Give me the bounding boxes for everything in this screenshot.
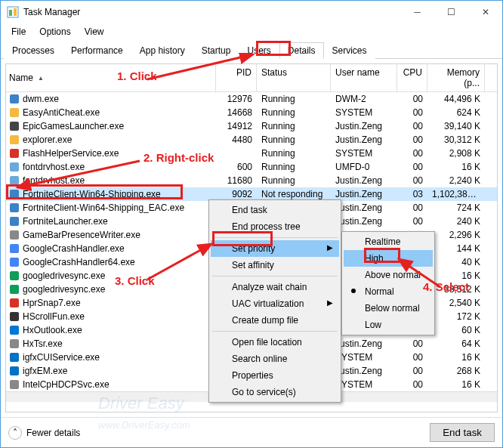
tab-services[interactable]: Services: [324, 42, 375, 59]
footer: ˄ Fewer details End task: [1, 417, 502, 447]
priority-submenu: RealtimeHighAbove normalNormalBelow norm…: [341, 231, 435, 335]
process-icon: [9, 134, 20, 145]
process-icon: [9, 94, 20, 104]
svg-rect-8: [10, 162, 19, 171]
col-status[interactable]: Status: [257, 64, 331, 91]
process-icon: [9, 189, 20, 199]
window-title: Task Manager: [23, 7, 400, 17]
process-icon: [9, 338, 20, 349]
svg-rect-12: [10, 217, 19, 226]
menubar: File Options View: [1, 23, 502, 40]
priority-below-normal[interactable]: Below normal: [344, 300, 433, 317]
process-icon: [9, 243, 20, 254]
process-icon: [9, 148, 20, 159]
priority-low[interactable]: Low: [344, 317, 433, 333]
close-button[interactable]: ✕: [468, 1, 502, 23]
table-row[interactable]: EpicGamesLauncher.exe14912RunningJustin.…: [6, 119, 497, 133]
tab-startup[interactable]: Startup: [193, 42, 239, 59]
context-menu: End taskEnd process treeSet priority▶Set…: [208, 199, 341, 403]
svg-rect-7: [10, 149, 19, 158]
svg-rect-18: [10, 298, 19, 307]
svg-rect-5: [10, 122, 19, 131]
svg-rect-13: [10, 230, 19, 239]
column-headers: Name▲ PID Status User name CPU Memory (p…: [6, 64, 497, 92]
col-cpu[interactable]: CPU: [397, 64, 427, 91]
process-icon: [9, 216, 20, 227]
process-icon: [9, 202, 20, 213]
process-icon: [9, 311, 20, 322]
tab-strip: Processes Performance App history Startu…: [1, 42, 502, 59]
ctx-create-dump-file[interactable]: Create dump file: [211, 312, 339, 329]
process-icon: [9, 379, 20, 390]
process-icon: [9, 298, 20, 308]
ctx-properties[interactable]: Properties: [211, 367, 339, 384]
svg-rect-16: [10, 271, 19, 280]
ctx-set-priority[interactable]: Set priority▶: [211, 240, 339, 257]
process-icon: [9, 257, 20, 267]
priority-above-normal[interactable]: Above normal: [344, 267, 433, 283]
ctx-uac-virtualization[interactable]: UAC virtualization▶: [211, 295, 339, 312]
svg-rect-9: [10, 176, 19, 185]
maximize-button[interactable]: ☐: [434, 1, 468, 23]
table-row[interactable]: EasyAntiCheat.exe14668RunningSYSTEM00624…: [6, 106, 497, 119]
svg-rect-2: [14, 8, 17, 16]
table-row[interactable]: explorer.exe4480RunningJustin.Zeng0030,3…: [6, 133, 497, 147]
process-icon: [9, 230, 20, 240]
col-name[interactable]: Name▲: [6, 64, 216, 91]
table-row[interactable]: fontdrvhost.exe11680RunningJustin.Zeng00…: [6, 174, 497, 187]
chevron-up-icon: ˄: [8, 426, 22, 440]
svg-rect-19: [10, 312, 19, 321]
ctx-end-task[interactable]: End task: [211, 202, 339, 218]
process-icon: [9, 284, 20, 295]
svg-rect-23: [10, 366, 19, 375]
priority-normal[interactable]: Normal: [344, 283, 433, 300]
ctx-open-file-location[interactable]: Open file location: [211, 334, 339, 351]
process-icon: [9, 325, 20, 335]
svg-rect-1: [9, 10, 12, 16]
menu-file[interactable]: File: [5, 25, 32, 39]
svg-rect-24: [10, 380, 19, 389]
svg-rect-4: [10, 108, 19, 117]
table-row[interactable]: dwm.exe12976RunningDWM-20044,496 K: [6, 92, 497, 106]
svg-rect-10: [10, 190, 19, 199]
tab-details[interactable]: Details: [279, 42, 324, 59]
ctx-analyze-wait-chain[interactable]: Analyze wait chain: [211, 279, 339, 295]
menu-view[interactable]: View: [79, 25, 110, 39]
table-row[interactable]: fontdrvhost.exe600RunningUMFD-00016 K: [6, 160, 497, 174]
ctx-end-process-tree[interactable]: End process tree: [211, 218, 339, 235]
process-icon: [9, 352, 20, 363]
process-icon: [9, 366, 20, 376]
ctx-go-to-service-s-[interactable]: Go to service(s): [211, 384, 339, 400]
svg-rect-3: [10, 94, 19, 104]
fewer-details-button[interactable]: ˄ Fewer details: [8, 426, 80, 440]
svg-rect-17: [10, 285, 19, 294]
svg-rect-6: [10, 135, 19, 144]
titlebar: Task Manager ─ ☐ ✕: [1, 1, 502, 23]
col-user[interactable]: User name: [331, 64, 397, 91]
tab-processes[interactable]: Processes: [4, 42, 63, 59]
process-icon: [9, 270, 20, 281]
svg-rect-11: [10, 203, 19, 212]
col-pid[interactable]: PID: [216, 64, 257, 91]
minimize-button[interactable]: ─: [400, 1, 434, 23]
svg-rect-20: [10, 326, 19, 335]
svg-rect-22: [10, 353, 19, 362]
ctx-search-online[interactable]: Search online: [211, 351, 339, 367]
tab-users[interactable]: Users: [239, 42, 279, 59]
tab-performance[interactable]: Performance: [63, 42, 131, 59]
priority-realtime[interactable]: Realtime: [344, 233, 433, 250]
priority-high[interactable]: High: [344, 250, 433, 267]
menu-options[interactable]: Options: [33, 25, 76, 39]
process-icon: [9, 175, 20, 186]
table-row[interactable]: FlashHelperService.exeRunningSYSTEM002,9…: [6, 147, 497, 160]
end-task-button[interactable]: End task: [430, 423, 495, 442]
process-icon: [9, 121, 20, 131]
svg-rect-14: [10, 244, 19, 253]
process-icon: [9, 107, 20, 118]
ctx-set-affinity[interactable]: Set affinity: [211, 257, 339, 273]
app-icon: [7, 6, 19, 18]
process-icon: [9, 162, 20, 172]
svg-rect-15: [10, 258, 19, 267]
tab-app-history[interactable]: App history: [131, 42, 193, 59]
col-mem[interactable]: Memory (p...: [427, 64, 485, 91]
